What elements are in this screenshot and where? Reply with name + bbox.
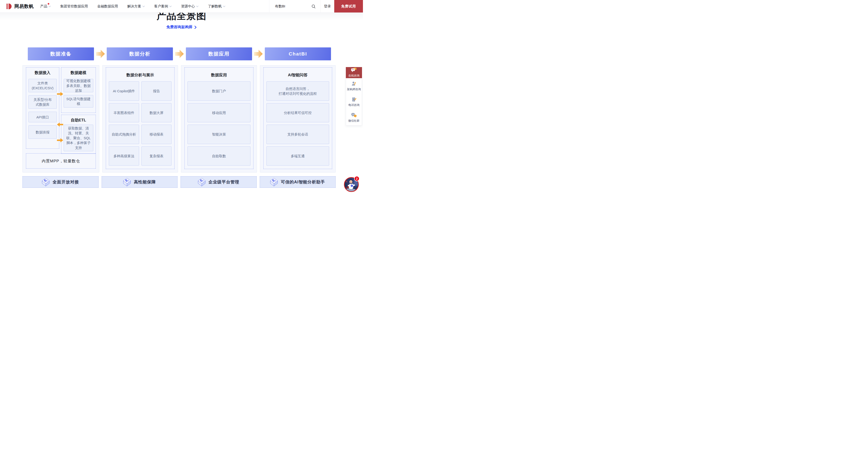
free-trial-button[interactable]: 免费试用 [334,0,363,12]
phone-icon [351,97,357,102]
nav-item-products[interactable]: 产品 [36,0,56,12]
brand-logo[interactable]: 网易数帆 [6,3,34,9]
item-complex-report: 复杂报表 [142,146,172,166]
page: 产品全景图 免费咨询架构师 数据准备 数据分析 数据应用 ChatBI 数据接入… [0,0,363,196]
badge-label: 全面开放对接 [53,179,79,185]
chevron-right-icon [194,26,196,29]
nav-item-customer-cases[interactable]: 客户案例 [150,0,176,12]
chat-bubbles-icon [351,68,357,73]
flow-arrow-icon [254,49,263,59]
badge-high-performance: 高性能保障 [102,176,178,188]
flow-stage-row: 数据准备 数据分析 数据应用 ChatBI [28,47,331,60]
panel-data-analysis: 数据分析与展示 AI Copilot插件 报告 丰富图表组件 数据大屏 自助式拖… [102,65,178,172]
cube-icon [270,178,278,187]
item-mobile-report: 移动报表 [142,125,172,144]
flow-arrow-icon [175,49,184,59]
search-icon[interactable] [311,4,316,8]
search-box[interactable]: 有数BI [269,0,320,12]
item-sql-modeling: SQL语句数据建模 [64,95,93,107]
cube-icon [198,178,206,187]
wechat-icon [351,112,357,118]
nav-item-about[interactable]: 了解数帆 [203,0,230,12]
item-smart-decision: 智能决策 [187,125,250,144]
sidebar-item-label: 微信社群 [348,119,360,123]
self-etl-group: 自助ETL 获取数据、清洗、转置、关联、聚合、SQL脚本，多种算子支持 [61,115,96,154]
item-self-service-data: 自助取数 [187,146,250,166]
item-mobile-app: 移动应用 [187,103,250,123]
badge-trusted-ai: 可信的AI智能分析助手 [260,176,336,188]
nav-item-label: 了解数帆 [208,4,222,8]
mpp-label: 内置MPP，轻量数仓 [42,159,80,164]
sidebar-item-label: 电话咨询 [348,103,360,107]
stage-label: ChatBI [289,51,307,57]
chevron-down-icon [49,5,51,7]
chevron-down-icon [142,5,145,7]
item-ai-copilot: AI Copilot插件 [109,81,139,101]
stage-label: 数据应用 [208,51,229,57]
flow-arrow-cell [173,49,186,59]
stage-label: 数据准备 [50,51,71,57]
etl-flow-arrow-right-icon [57,138,63,142]
notification-dot [48,3,49,5]
data-modeling-column: 数据建模 可视化数据建模 多表关联、数据追加 SQL语句数据建模 自助ETL 获… [61,67,96,149]
analysis-group: 数据分析与展示 AI Copilot插件 报告 丰富图表组件 数据大屏 自助式拖… [106,67,175,169]
sidebar-item-label: 架构师咨询 [347,88,361,91]
item-file-source: 文件类 (EXCEL/CSV) [28,79,57,92]
badge-enterprise-management: 企业级平台管理 [181,176,257,188]
item-relational-db: 关系型/分布 式数据库 [28,95,57,109]
data-prep-columns: 数据接入 文件类 (EXCEL/CSV) 关系型/分布 式数据库 API接口 数… [26,67,96,149]
login-link[interactable]: 登录 [320,0,334,12]
brand-name: 网易数帆 [14,3,34,9]
flow-arrow-icon [96,49,105,59]
application-list: 数据门户 移动应用 智能决策 自助取数 [187,81,250,166]
sidebar-item-architect-consult[interactable]: 架构师咨询 [346,78,362,94]
item-nlp-qa: 自然语言问答， 打通对话到可视化的流程 [267,81,329,101]
nav-item-label: 客户案例 [154,4,168,8]
stage-data-application: 数据应用 [186,47,252,60]
sidebar-item-phone-consult[interactable]: 电话咨询 [346,94,362,110]
nav-item-label: 金融数据应用 [97,4,118,8]
application-group: 数据应用 数据门户 移动应用 智能决策 自助取数 [184,67,253,169]
cube-icon [123,178,131,187]
top-nav: 网易数帆 产品 集团管控数据应用 金融数据应用 解决方案 客户案例 资源中心 [0,0,363,13]
data-modeling-group: 数据建模 可视化数据建模 多表关联、数据追加 SQL语句数据建模 [61,67,96,113]
item-visual-modeling: 可视化数据建模 多表关联、数据追加 [64,79,93,92]
stage-data-prep: 数据准备 [28,47,94,60]
badge-label: 可信的AI智能分析助手 [281,179,325,185]
nav-item-solutions[interactable]: 解决方案 [123,0,150,12]
stage-data-analysis: 数据分析 [107,47,173,60]
item-multi-turn: 支持多轮会话 [267,125,329,144]
group-title: 数据应用 [187,73,250,78]
consult-architect-label: 免费咨询架构师 [166,25,192,30]
sidebar-item-online-consult[interactable]: 在线咨询 [346,67,362,78]
consult-architect-link[interactable]: 免费咨询架构师 [0,25,363,30]
item-data-screen: 数据大屏 [142,103,172,123]
nav-item-label: 集团管控数据应用 [60,4,88,8]
item-drag-analysis: 自助式拖拽分析 [109,125,139,144]
nav-item-label: 资源中心 [181,4,195,8]
item-report: 报告 [142,81,172,101]
sidebar-item-wechat-group[interactable]: 微信社群 [346,110,362,125]
flow-arrow-cell [252,49,265,59]
chat-assistant-avatar[interactable]: 2 [344,177,359,192]
stage-label: 数据分析 [129,51,151,57]
group-title: 数据建模 [64,70,93,75]
chevron-down-icon [196,5,198,7]
etl-flow-arrow-left-icon [57,122,63,127]
nav-item-resource-center[interactable]: 资源中心 [176,0,203,12]
stage-chatbi: ChatBI [265,47,331,60]
nav-right-cluster: 有数BI 登录 免费试用 [269,0,363,12]
item-etl-description: 获取数据、清洗、转置、关联、聚合、SQL脚本，多种算子支持 [64,125,93,151]
group-title: AI智能问答 [267,73,329,78]
flow-arrow-cell [94,49,107,59]
nav-item-group-data-app[interactable]: 集团管控数据应用 [56,0,93,12]
panel-row: 数据接入 文件类 (EXCEL/CSV) 关系型/分布 式数据库 API接口 数… [23,65,336,172]
nav-menu: 产品 集团管控数据应用 金融数据应用 解决方案 客户案例 资源中心 [36,0,230,12]
nav-item-finance-data-app[interactable]: 金融数据应用 [93,0,123,12]
consult-sidebar-group: 架构师咨询 电话咨询 微信社群 [346,78,362,126]
analysis-grid: AI Copilot插件 报告 丰富图表组件 数据大屏 自助式拖拽分析 移动报表… [109,81,172,166]
sidebar-item-label: 在线咨询 [348,74,360,78]
nav-item-label: 产品 [40,4,47,8]
chevron-down-icon [169,5,172,7]
badge-label: 高性能保障 [134,179,156,185]
